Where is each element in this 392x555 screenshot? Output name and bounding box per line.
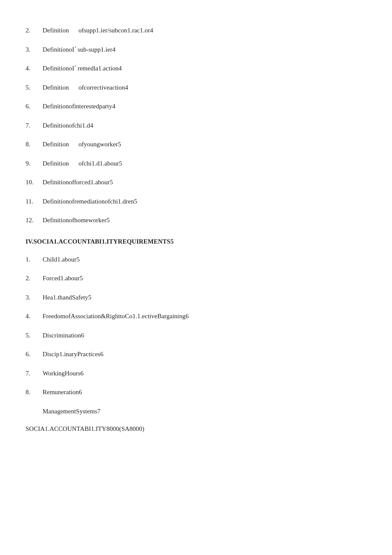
- section-iv-number-3: 3.: [26, 293, 43, 302]
- list-item-7: 7. Definitionofchi1.d4: [26, 121, 366, 131]
- list-item-4: 4. DefinitionoIˋremedla1.action4: [26, 64, 366, 73]
- list-item-11: 11. Definitionofremediationofchi1.dren5: [26, 197, 366, 206]
- item-label-7: Definitionofchi1.d4: [43, 121, 93, 131]
- section-iv-mgmt: ManagementSystems7: [26, 407, 366, 416]
- list-item-6: 6. Definitionofinterestedparty4: [26, 102, 366, 111]
- section-iv-number-7: 7.: [26, 369, 43, 378]
- section-iv-item-1: 1. ChiId1.abour5: [26, 255, 366, 264]
- list-item-2: 2. Definition ofsupp1.ier/subcon1.rac1.o…: [26, 26, 366, 35]
- section-iv-item-5: 5. Discrimination6: [26, 331, 366, 340]
- section-iv-label-7: WorkingHours6: [43, 369, 84, 378]
- section-iv-number-5: 5.: [26, 331, 43, 340]
- item-number-12: 12.: [26, 215, 43, 225]
- item-label-11: Definitionofremediationofchi1.dren5: [43, 197, 137, 206]
- item-number-6: 6.: [26, 102, 43, 111]
- item-label-9: Definition ofchi1.d1.abour5: [43, 159, 122, 169]
- item-number-8: 8.: [26, 139, 43, 149]
- list-item-8: 8. Definition ofyoungworker5: [26, 139, 366, 149]
- item-number-4: 4.: [26, 64, 43, 73]
- item-number-5: 5.: [26, 83, 43, 93]
- item-label-2: Definition ofsupp1.ier/subcon1.rac1.or4: [43, 26, 153, 35]
- section-iv-heading: IV.SOCIA1.ACCOUNTABI1.ITYREQUIREMENTS5: [26, 238, 366, 245]
- section-iv-item-7: 7. WorkingHours6: [26, 369, 366, 378]
- item-label-10: Definitionofforced1.abour5: [43, 177, 113, 187]
- item-label-8: Definition ofyoungworker5: [43, 139, 121, 149]
- section-iv-number-8: 8.: [26, 387, 43, 397]
- section-iv-mgmt-label: ManagementSystems7: [43, 407, 101, 416]
- section-iv-list: 1. ChiId1.abour5 2. Forced1.abour5 3. He…: [26, 255, 366, 416]
- section-iv-label-8: Remuneration6: [43, 387, 82, 397]
- section-iv-item-2: 2. Forced1.abour5: [26, 273, 366, 283]
- section-iv-number-2: 2.: [26, 273, 43, 283]
- section-iv-label-2: Forced1.abour5: [43, 273, 83, 283]
- item-label-12: Definitionofhomeworker5: [43, 215, 110, 225]
- section-iv-number-1: 1.: [26, 255, 43, 264]
- section-iv-item-8: 8. Remuneration6: [26, 387, 366, 397]
- list-item-9: 9. Definition ofchi1.d1.abour5: [26, 159, 366, 169]
- section-iv-label-4: FreedomofAssociation&RighttoCo1.1.ective…: [43, 311, 189, 321]
- item-label-5: Definition ofcorrectiveaction4: [43, 83, 128, 93]
- list-item-5: 5. Definition ofcorrectiveaction4: [26, 83, 366, 93]
- section-iv-label-5: Discrimination6: [43, 331, 84, 340]
- section-iv-label-6: Discip1.inaryPractices6: [43, 349, 104, 359]
- item-label-6: Definitionofinterestedparty4: [43, 102, 115, 111]
- section-iv-label-3: Hea1.thandSafety5: [43, 293, 92, 302]
- list-item-10: 10. Definitionofforced1.abour5: [26, 177, 366, 187]
- item-number-3: 3.: [26, 45, 43, 55]
- section-iv-item-3: 3. Hea1.thandSafety5: [26, 293, 366, 302]
- item-number-7: 7.: [26, 121, 43, 131]
- section-iv-item-6: 6. Discip1.inaryPractices6: [26, 349, 366, 359]
- item-number-11: 11.: [26, 197, 43, 206]
- section-iv-number-6: 6.: [26, 349, 43, 359]
- item-number-10: 10.: [26, 177, 43, 187]
- item-label-3: DefinitionoIˋsub-supp1.ier4: [43, 45, 115, 55]
- list-item-12: 12. Definitionofhomeworker5: [26, 215, 366, 225]
- list-section: 2. Definition ofsupp1.ier/subcon1.rac1.o…: [26, 26, 366, 225]
- list-item-3: 3. DefinitionoIˋsub-supp1.ier4: [26, 45, 366, 55]
- section-iv-number-4: 4.: [26, 311, 43, 321]
- item-number-9: 9.: [26, 159, 43, 169]
- section-iv-item-4: 4. FreedomofAssociation&RighttoCo1.1.ect…: [26, 311, 366, 321]
- item-label-4: DefinitionoIˋremedla1.action4: [43, 64, 122, 73]
- footer-text: SOCIA1.ACCOUNTABI1.ITY8000(SA8000): [26, 425, 366, 433]
- item-number-2: 2.: [26, 26, 43, 35]
- section-iv-label-1: ChiId1.abour5: [43, 255, 80, 264]
